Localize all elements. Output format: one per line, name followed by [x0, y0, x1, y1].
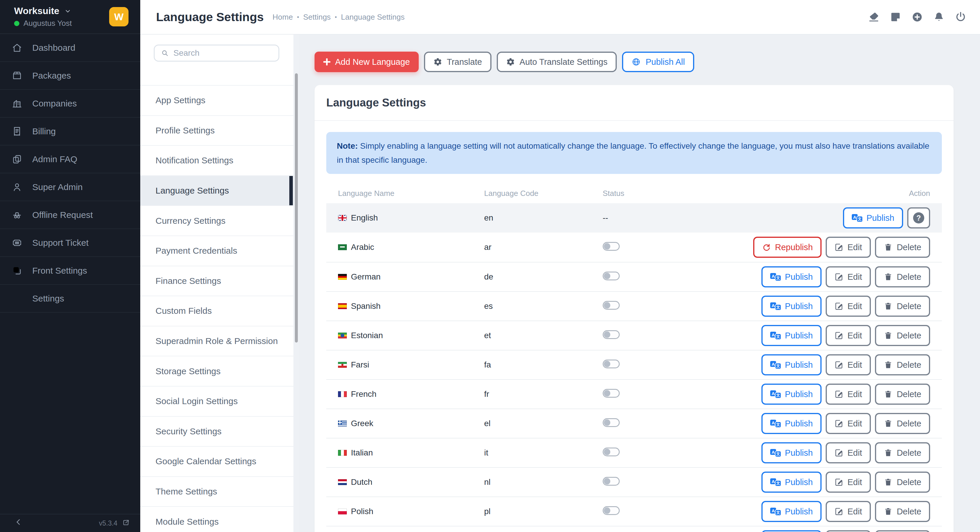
settings-menu-item[interactable]: Payment Credentials: [140, 236, 299, 266]
publish-all-button[interactable]: Publish All: [622, 52, 694, 72]
status-toggle[interactable]: [603, 360, 620, 368]
edit-button[interactable]: Edit: [826, 325, 871, 346]
external-link-icon[interactable]: [122, 518, 130, 529]
delete-label: Delete: [897, 507, 921, 516]
edit-button[interactable]: Edit: [826, 501, 871, 522]
sidebar-item[interactable]: Dashboard: [0, 34, 140, 62]
status-toggle[interactable]: [603, 448, 620, 456]
publish-button[interactable]: A文 Publish: [761, 295, 822, 317]
delete-button[interactable]: Delete: [875, 295, 930, 317]
publish-button[interactable]: A文 Publish: [761, 472, 822, 493]
publish-button[interactable]: A文 Publish: [761, 266, 822, 287]
settings-scrollbar-thumb[interactable]: [295, 73, 298, 343]
sidebar-item[interactable]: Packages: [0, 62, 140, 90]
publish-button[interactable]: A文 Publish: [761, 384, 822, 405]
breadcrumb-separator: •: [297, 14, 299, 21]
breadcrumb-current: Language Settings: [341, 13, 405, 22]
settings-menu-item[interactable]: Security Settings: [140, 417, 299, 447]
settings-menu-item[interactable]: Finance Settings: [140, 266, 299, 297]
help-button[interactable]: ?: [907, 207, 930, 229]
settings-menu-item[interactable]: Google Calendar Settings: [140, 447, 299, 477]
sidebar-item[interactable]: Super Admin: [0, 173, 140, 201]
settings-menu-item[interactable]: Storage Settings: [140, 356, 299, 386]
sidebar-item[interactable]: Billing: [0, 118, 140, 146]
settings-menu-item[interactable]: Social Login Settings: [140, 386, 299, 417]
breadcrumb-home[interactable]: Home: [272, 13, 293, 22]
sidebar-item[interactable]: Support Ticket: [0, 229, 140, 257]
status-toggle[interactable]: [603, 506, 620, 515]
publish-button[interactable]: A文 Publish: [761, 501, 822, 522]
language-code: it: [484, 448, 603, 457]
settings-menu-item[interactable]: Profile Settings: [140, 116, 299, 146]
sidebar-item-icon: [12, 70, 22, 81]
auto-translate-settings-button[interactable]: Auto Translate Settings: [497, 52, 617, 72]
note-icon[interactable]: [889, 11, 901, 23]
language-settings-card: Language Settings Note: Simply enabling …: [315, 85, 954, 532]
status-toggle[interactable]: [603, 301, 620, 310]
delete-button[interactable]: Delete: [875, 413, 930, 434]
edit-button[interactable]: Edit: [826, 237, 871, 258]
publish-button[interactable]: A文 Publish: [761, 325, 822, 346]
eraser-icon[interactable]: [868, 11, 880, 23]
status-toggle[interactable]: [603, 330, 620, 339]
delete-button[interactable]: Delete: [875, 472, 930, 493]
settings-menu-item[interactable]: Module Settings: [140, 507, 299, 532]
edit-button[interactable]: Edit: [826, 384, 871, 405]
settings-menu-item[interactable]: Notification Settings: [140, 146, 299, 176]
bell-icon[interactable]: [933, 11, 945, 23]
delete-button[interactable]: Delete: [875, 384, 930, 405]
edit-button[interactable]: Edit: [826, 266, 871, 287]
sidebar-item[interactable]: Offline Request: [0, 201, 140, 229]
settings-menu-item[interactable]: App Settings: [140, 86, 299, 116]
sidebar-item[interactable]: Front Settings: [0, 257, 140, 285]
search-box[interactable]: [154, 44, 279, 62]
delete-button[interactable]: Delete: [875, 442, 930, 464]
publish-button[interactable]: A文 Publish: [761, 442, 822, 464]
delete-button[interactable]: Delete: [875, 237, 930, 258]
power-icon[interactable]: [955, 11, 967, 23]
edit-button[interactable]: Edit: [826, 295, 871, 317]
status-toggle[interactable]: [603, 242, 620, 251]
sidebar-item[interactable]: Settings: [0, 285, 140, 313]
publish-button[interactable]: A文 Publish: [843, 207, 903, 229]
status-toggle[interactable]: [603, 272, 620, 280]
sidebar-item[interactable]: Admin FAQ: [0, 146, 140, 173]
edit-button[interactable]: Edit: [826, 442, 871, 464]
plus-circle-icon[interactable]: [912, 11, 923, 23]
delete-button[interactable]: Delete: [875, 354, 930, 375]
status-toggle[interactable]: [603, 477, 620, 486]
settings-menu-item[interactable]: Theme Settings: [140, 477, 299, 507]
edit-button[interactable]: Edit: [826, 354, 871, 375]
settings-menu-item[interactable]: Custom Fields: [140, 296, 299, 326]
delete-button[interactable]: Delete: [875, 501, 930, 522]
add-new-language-button[interactable]: Add New Language: [315, 52, 419, 72]
publish-button[interactable]: A文 Publish: [761, 413, 822, 434]
delete-button[interactable]: Delete: [875, 530, 930, 532]
sidebar-item-icon: [12, 238, 22, 248]
translate-button[interactable]: Translate: [424, 52, 492, 72]
language-flag-icon: [338, 215, 347, 221]
workspace-switcher[interactable]: Worksuite: [14, 6, 109, 16]
settings-menu-item[interactable]: Currency Settings: [140, 206, 299, 236]
edit-button[interactable]: Edit: [826, 530, 871, 532]
sidebar-item[interactable]: Companies: [0, 90, 140, 118]
edit-button[interactable]: Edit: [826, 472, 871, 493]
edit-button[interactable]: Edit: [826, 413, 871, 434]
settings-menu-item[interactable]: Language Settings: [140, 176, 299, 206]
status-toggle[interactable]: [603, 389, 620, 398]
settings-menu-item-label: Custom Fields: [156, 306, 212, 316]
search-icon: [161, 49, 169, 57]
breadcrumb-settings[interactable]: Settings: [303, 13, 331, 22]
sidebar-nav: Dashboard Packages Companies Billing Adm…: [0, 34, 140, 514]
delete-button[interactable]: Delete: [875, 325, 930, 346]
publish-button[interactable]: A文 Publish: [761, 354, 822, 375]
settings-menu-item[interactable]: Superadmin Role & Permission: [140, 326, 299, 357]
status-toggle[interactable]: [603, 418, 620, 427]
publish-button[interactable]: A文 Publish: [761, 530, 822, 532]
collapse-sidebar-button[interactable]: [14, 518, 23, 529]
search-input[interactable]: [173, 48, 261, 58]
republish-button[interactable]: Republish: [753, 237, 822, 258]
publish-label: Publish: [785, 389, 813, 399]
delete-button[interactable]: Delete: [875, 266, 930, 287]
app-logo[interactable]: W: [109, 7, 129, 26]
